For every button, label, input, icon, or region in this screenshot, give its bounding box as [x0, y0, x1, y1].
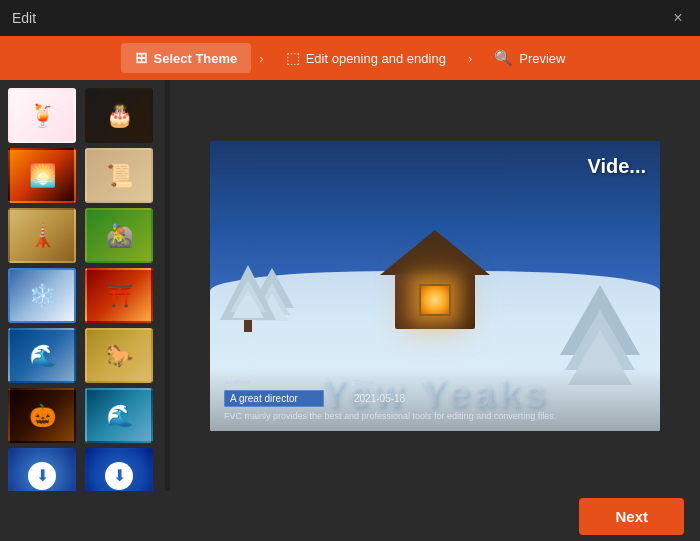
close-button[interactable]: × [668, 8, 688, 28]
nav-step-label-2: Edit opening and ending [306, 51, 446, 66]
cabin-roof [380, 230, 490, 275]
thumb-emoji-3: 🌅 [10, 150, 74, 201]
preview-icon: 🔍 [494, 49, 513, 67]
author-label: Author: [224, 378, 324, 388]
edit-icon: ⬚ [286, 49, 300, 67]
thumbnail-item-12[interactable]: 🌊 [85, 388, 153, 443]
theme-icon: ⊞ [135, 49, 148, 67]
nav-chevron-2: › [468, 51, 472, 66]
preview-container: Vide... Yew Yeaks Author: Time: 2021-05-… [210, 141, 660, 431]
preview-panel: Vide... Yew Yeaks Author: Time: 2021-05-… [170, 80, 700, 491]
thumbnail-item-6[interactable]: 🚵 [85, 208, 153, 263]
preview-info-row: Author: Time: 2021-05-18 [224, 378, 646, 407]
cabin-body [395, 274, 475, 329]
time-field: Time: 2021-05-18 [354, 378, 405, 407]
thumb-emoji-9: 🌊 [10, 330, 74, 381]
thumb-emoji-6: 🚵 [87, 210, 151, 261]
tree-left-2 [220, 265, 276, 332]
thumb-emoji-8: ⛩️ [87, 270, 151, 321]
tree-right-big [560, 285, 640, 373]
preview-overlay: Author: Time: 2021-05-18 FVC mainly prov… [210, 368, 660, 431]
thumb-emoji-11: 🎃 [10, 390, 74, 441]
thumbnail-item-4[interactable]: 📜 [85, 148, 153, 203]
next-button[interactable]: Next [579, 498, 684, 535]
preview-scene: Vide... Yew Yeaks Author: Time: 2021-05-… [210, 141, 660, 431]
bottom-bar: Next [0, 491, 700, 541]
nav-step-select-theme[interactable]: ⊞ Select Theme [121, 43, 252, 73]
nav-bar: ⊞ Select Theme › ⬚ Edit opening and endi… [0, 36, 700, 80]
thumb-emoji-2: 🎂 [87, 90, 151, 141]
thumb-emoji-12: 🌊 [87, 390, 151, 441]
nav-step-label: Select Theme [154, 51, 238, 66]
thumbnail-item-11[interactable]: 🎃 [8, 388, 76, 443]
author-field: Author: [224, 378, 324, 407]
nav-chevron-1: › [259, 51, 263, 66]
theme-thumbnails-panel: 🍹🎂🌅📜🗼🚵❄️⛩️🌊🐎🎃🌊⬇⬇ [0, 80, 165, 491]
author-input[interactable] [224, 390, 324, 407]
thumb-emoji-4: 📜 [87, 150, 151, 201]
time-label: Time: [354, 378, 405, 388]
thumbnail-item-14[interactable]: ⬇ [85, 448, 153, 491]
nav-step-label-3: Preview [519, 51, 565, 66]
thumb-emoji-1: 🍹 [10, 90, 74, 141]
thumbnail-item-1[interactable]: 🍹 [8, 88, 76, 143]
window-title: Edit [12, 10, 36, 26]
thumbnail-item-5[interactable]: 🗼 [8, 208, 76, 263]
preview-title: Vide... [587, 155, 646, 178]
title-bar: Edit × [0, 0, 700, 36]
download-icon-14: ⬇ [87, 450, 151, 491]
cabin-window [419, 284, 451, 316]
thumbnail-item-3[interactable]: 🌅 [8, 148, 76, 203]
main-content: 🍹🎂🌅📜🗼🚵❄️⛩️🌊🐎🎃🌊⬇⬇ [0, 80, 700, 491]
thumbnail-item-9[interactable]: 🌊 [8, 328, 76, 383]
thumbnail-item-13[interactable]: ⬇ [8, 448, 76, 491]
thumbnail-item-8[interactable]: ⛩️ [85, 268, 153, 323]
thumbnail-item-10[interactable]: 🐎 [85, 328, 153, 383]
nav-step-preview[interactable]: 🔍 Preview [480, 43, 579, 73]
nav-step-edit-opening[interactable]: ⬚ Edit opening and ending [272, 43, 460, 73]
cabin [395, 274, 475, 329]
thumbnail-item-2[interactable]: 🎂 [85, 88, 153, 143]
thumbnail-item-7[interactable]: ❄️ [8, 268, 76, 323]
thumb-emoji-10: 🐎 [87, 330, 151, 381]
thumb-emoji-7: ❄️ [10, 270, 74, 321]
preview-description: FVC mainly provides the best and profess… [224, 411, 646, 421]
thumb-emoji-5: 🗼 [10, 210, 74, 261]
download-icon-13: ⬇ [10, 450, 74, 491]
time-value: 2021-05-18 [354, 393, 405, 404]
